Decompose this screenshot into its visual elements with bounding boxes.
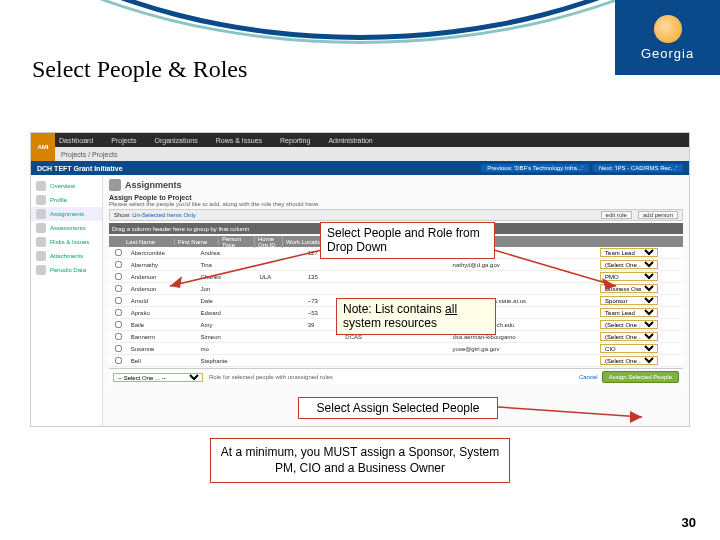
row-checkbox[interactable]: [115, 261, 122, 268]
row-checkbox[interactable]: [115, 333, 122, 340]
cell-persontype: [257, 307, 305, 319]
edit-role-button[interactable]: edit role: [601, 211, 632, 219]
sidebar-item-label: Overview: [50, 183, 75, 189]
breadcrumb: Projects / Projects: [31, 147, 689, 161]
row-checkbox[interactable]: [115, 345, 122, 352]
cell-firstname: Simeon: [198, 331, 257, 343]
cell-firstname: Amy: [198, 319, 257, 331]
nav-item[interactable]: Reporting: [280, 137, 310, 144]
peach-icon: [654, 15, 682, 43]
assign-selected-button[interactable]: Assign Selected People: [602, 371, 679, 383]
panel-heading: Assignments: [125, 180, 182, 190]
cell-firstname: mo: [198, 343, 257, 355]
sidebar-item-label: Periodic Data: [50, 267, 86, 273]
nav-item[interactable]: Administration: [328, 137, 372, 144]
panel-description: Please select the people you'd like to a…: [109, 201, 683, 207]
role-select[interactable]: (Select One ...): [600, 332, 658, 341]
risks-icon: [36, 237, 46, 247]
role-select[interactable]: Sponsor: [600, 296, 658, 305]
profile-icon: [36, 195, 46, 205]
sidebar-item-periodic[interactable]: Periodic Data: [31, 263, 102, 277]
cell-persontype: [257, 355, 305, 367]
add-person-button[interactable]: add person: [638, 211, 678, 219]
arrow-to-list: [160, 244, 330, 294]
cell-lastname: Apraku: [128, 307, 198, 319]
cell-persontype: [257, 295, 305, 307]
role-select[interactable]: Team Lead: [600, 308, 658, 317]
row-checkbox[interactable]: [115, 357, 122, 364]
attachments-icon: [36, 251, 46, 261]
georgia-logo: Georgia: [615, 0, 720, 75]
cell-lastname: Baile: [128, 319, 198, 331]
arrow-to-role: [490, 244, 630, 294]
periodic-icon: [36, 265, 46, 275]
cell-lastname: Bannerm: [128, 331, 198, 343]
cell-homeorg: [305, 355, 343, 367]
nav-item[interactable]: Dashboard: [59, 137, 93, 144]
svg-marker-3: [602, 278, 616, 290]
cell-persontype: [257, 331, 305, 343]
prev-project[interactable]: Previous: 'DBF's Technology Infra...': [481, 164, 589, 172]
cell-persontype: [257, 319, 305, 331]
assignments-icon: [36, 209, 46, 219]
table-footer: -- Select One ... -- Role for selected p…: [109, 368, 683, 385]
bulk-role-hint: Role for selected people with unassigned…: [209, 374, 333, 380]
cell-lastname: Arnold: [128, 295, 198, 307]
next-project[interactable]: Next: 'IPS - CAD/RMS Rec...': [593, 164, 683, 172]
cell-firstname: Edward: [198, 307, 257, 319]
ami-logo: AMI: [31, 133, 55, 161]
row-checkbox[interactable]: [115, 321, 122, 328]
table-row: Susannemoyuse@gtri.ga.govCIO: [109, 343, 683, 355]
bulk-role-select[interactable]: -- Select One ... --: [113, 373, 203, 382]
page-number: 30: [682, 515, 696, 530]
sidebar-item-attachments[interactable]: Attachments: [31, 249, 102, 263]
slide-arc: [0, 0, 720, 80]
nav-item[interactable]: Projects: [111, 137, 136, 144]
role-select[interactable]: (Select One ...): [600, 356, 658, 365]
cancel-link[interactable]: Cancel: [579, 374, 598, 380]
people-icon: [109, 179, 121, 191]
overview-icon: [36, 181, 46, 191]
callout-select-people: Select People and Role from Drop Down: [320, 222, 495, 259]
sidebar-item-assessments[interactable]: Assessments: [31, 221, 102, 235]
bottom-note: At a minimum, you MUST assign a Sponsor,…: [210, 438, 510, 483]
cell-worklocation: [342, 355, 449, 367]
top-nav: Dashboard Projects Organizations Rows & …: [31, 133, 689, 147]
cell-lastname: Susanne: [128, 343, 198, 355]
cell-firstname: Stephanie: [198, 355, 257, 367]
logo-text: Georgia: [641, 46, 694, 61]
sidebar-item-assignments[interactable]: Assignments: [31, 207, 102, 221]
cell-lastname: Bell: [128, 355, 198, 367]
callout-assign: Select Assign Selected People: [298, 397, 498, 419]
role-select[interactable]: CIO: [600, 344, 658, 353]
sidebar-item-label: Risks & Issues: [50, 239, 89, 245]
svg-line-0: [170, 250, 322, 286]
cell-worklocation: [342, 259, 449, 271]
assessments-icon: [36, 223, 46, 233]
cell-firstname: Dale: [198, 295, 257, 307]
table-toolbar: Show: Un-Selected Items Only edit role a…: [109, 209, 683, 221]
callout-note: Note: List contains all system resources: [336, 298, 496, 335]
cell-homeorg: [305, 343, 343, 355]
sidebar: Overview Profile Assignments Assessments…: [31, 175, 103, 427]
show-filter[interactable]: Un-Selected Items Only: [132, 212, 195, 218]
row-checkbox[interactable]: [115, 249, 122, 256]
row-checkbox[interactable]: [115, 273, 122, 280]
sidebar-item-label: Profile: [50, 197, 67, 203]
show-label: Show:: [114, 212, 131, 218]
sidebar-item-label: Assessments: [50, 225, 86, 231]
cell-worklocation: [342, 271, 449, 283]
nav-item[interactable]: Organizations: [155, 137, 198, 144]
cell-persontype: [257, 343, 305, 355]
sidebar-item-risks[interactable]: Risks & Issues: [31, 235, 102, 249]
group-hint: Drag a column header here to group by th…: [109, 226, 252, 232]
row-checkbox[interactable]: [115, 285, 122, 292]
sidebar-item-profile[interactable]: Profile: [31, 193, 102, 207]
svg-line-4: [498, 407, 642, 417]
row-checkbox[interactable]: [115, 297, 122, 304]
table-row: BellStephanie(Select One ...): [109, 355, 683, 367]
nav-item[interactable]: Rows & Issues: [216, 137, 262, 144]
sidebar-item-overview[interactable]: Overview: [31, 179, 102, 193]
role-select[interactable]: (Select One ...): [600, 320, 658, 329]
row-checkbox[interactable]: [115, 309, 122, 316]
